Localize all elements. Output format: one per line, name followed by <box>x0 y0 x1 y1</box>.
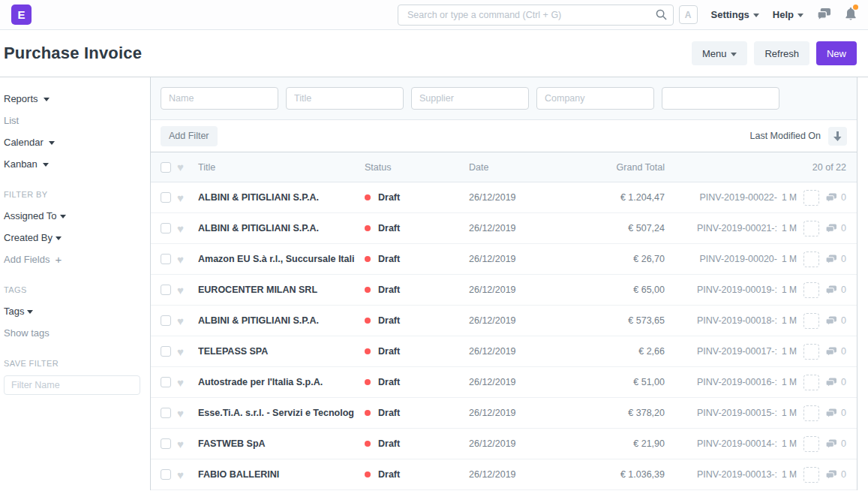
refresh-button[interactable]: Refresh <box>754 41 809 65</box>
app-logo[interactable]: E <box>11 5 32 25</box>
row-comments[interactable]: 0 <box>826 408 846 418</box>
row-title-link[interactable]: Amazon EU S.à r.l., Succursale Itali <box>198 254 365 264</box>
table-row[interactable]: ♥ Amazon EU S.à r.l., Succursale Itali D… <box>151 244 857 275</box>
menu-button[interactable]: Menu <box>692 41 748 65</box>
filter-name-input[interactable] <box>4 375 140 395</box>
row-status: Draft <box>365 315 469 326</box>
reports-label: Reports <box>4 92 38 105</box>
row-modified: 1 M <box>782 315 797 326</box>
like-heart-icon[interactable]: ♥ <box>177 438 198 450</box>
row-checkbox[interactable] <box>161 438 171 449</box>
filter-input-supplier[interactable] <box>411 87 529 110</box>
sort-by-label[interactable]: Last Modified On <box>750 131 821 141</box>
assign-avatar-placeholder[interactable] <box>803 467 819 483</box>
row-title-link[interactable]: ALBINI & PITIGLIANI S.P.A. <box>198 223 365 233</box>
assign-avatar-placeholder[interactable] <box>803 221 819 236</box>
row-title-link[interactable]: FASTWEB SpA <box>198 438 365 449</box>
row-meta: 1 M 0 <box>777 375 857 390</box>
row-comments[interactable]: 0 <box>826 469 846 480</box>
row-title-link[interactable]: ALBINI & PITIGLIANI S.P.A. <box>198 315 365 326</box>
table-row[interactable]: ♥ ALBINI & PITIGLIANI S.P.A. Draft 26/12… <box>151 182 857 213</box>
sidebar-item-created-by[interactable]: Created By <box>4 231 143 244</box>
row-title-link[interactable]: FABIO BALLERINI <box>198 469 365 480</box>
table-row[interactable]: ♥ Autostrade per l'Italia S.p.A. Draft 2… <box>151 367 857 398</box>
sidebar-item-kanban[interactable]: Kanban <box>4 158 143 170</box>
row-title-link[interactable]: Autostrade per l'Italia S.p.A. <box>198 377 365 387</box>
like-filter-heart-icon[interactable]: ♥ <box>177 161 198 173</box>
row-checkbox[interactable] <box>161 192 171 203</box>
row-checkbox[interactable] <box>161 315 171 326</box>
like-heart-icon[interactable]: ♥ <box>177 223 198 234</box>
sidebar-item-reports[interactable]: Reports <box>4 92 143 105</box>
comment-icon <box>826 193 837 203</box>
row-invoice-id: -PINV-2019-00020 <box>665 254 777 264</box>
assign-avatar-placeholder[interactable] <box>803 190 819 206</box>
filter-input-company[interactable] <box>536 87 654 110</box>
row-checkbox[interactable] <box>161 223 171 233</box>
table-row[interactable]: ♥ FABIO BALLERINI Draft 26/12/2019 € 1.0… <box>151 459 857 490</box>
sort-direction-button[interactable] <box>828 127 847 146</box>
assign-avatar-placeholder[interactable] <box>803 282 819 298</box>
sidebar-item-show-tags[interactable]: Show tags <box>4 327 143 339</box>
like-heart-icon[interactable]: ♥ <box>177 408 198 419</box>
filter-input-title[interactable] <box>286 87 404 110</box>
settings-menu[interactable]: Settings <box>711 9 759 20</box>
like-heart-icon[interactable]: ♥ <box>177 315 198 327</box>
sidebar-item-tags[interactable]: Tags <box>4 305 143 318</box>
row-checkbox[interactable] <box>161 285 171 295</box>
row-checkbox[interactable] <box>161 346 171 357</box>
filter-input-name[interactable] <box>161 87 278 110</box>
chat-icon[interactable] <box>817 8 831 23</box>
sidebar-item-calendar[interactable]: Calendar <box>4 136 143 149</box>
row-checkbox[interactable] <box>161 377 171 387</box>
row-checkbox[interactable] <box>161 254 171 264</box>
row-grand-total: € 573,65 <box>574 315 665 326</box>
table-row[interactable]: ♥ FASTWEB SpA Draft 26/12/2019 € 21,90 :… <box>151 429 857 459</box>
row-comments[interactable]: 0 <box>826 285 846 295</box>
table-row[interactable]: ♥ ALBINI & PITIGLIANI S.P.A. Draft 26/12… <box>151 213 857 244</box>
assign-avatar-placeholder[interactable] <box>803 436 819 452</box>
row-comments[interactable]: 0 <box>826 438 846 449</box>
row-title-link[interactable]: TELEPASS SPA <box>198 346 365 357</box>
table-row[interactable]: ♥ EUROCENTER MILAN SRL Draft 26/12/2019 … <box>151 275 857 306</box>
like-heart-icon[interactable]: ♥ <box>177 192 198 203</box>
sidebar-item-add-fields[interactable]: Add Fields + <box>4 253 143 266</box>
row-comments[interactable]: 0 <box>826 346 846 357</box>
table-row[interactable]: ♥ Esse.Ti.A. s.r.l. - Servizi e Tecnolog… <box>151 398 857 429</box>
row-status: Draft <box>365 438 469 449</box>
assign-avatar-placeholder[interactable] <box>803 344 819 360</box>
table-row[interactable]: ♥ TELEPASS SPA Draft 26/12/2019 € 2,66 :… <box>151 336 857 367</box>
assign-avatar-placeholder[interactable] <box>803 405 819 421</box>
row-checkbox[interactable] <box>161 469 171 480</box>
table-row[interactable]: ♥ ALBINI & PITIGLIANI S.P.A. Draft 26/12… <box>151 306 857 336</box>
like-heart-icon[interactable]: ♥ <box>177 469 198 480</box>
assign-avatar-placeholder[interactable] <box>803 313 819 329</box>
user-avatar[interactable]: A <box>679 5 698 24</box>
like-heart-icon[interactable]: ♥ <box>177 285 198 296</box>
row-comments[interactable]: 0 <box>826 254 846 264</box>
like-heart-icon[interactable]: ♥ <box>177 346 198 357</box>
like-heart-icon[interactable]: ♥ <box>177 377 198 388</box>
row-comments[interactable]: 0 <box>826 315 846 326</box>
filter-input-extra[interactable] <box>662 87 779 110</box>
sidebar-item-list[interactable]: List <box>4 114 143 127</box>
help-menu[interactable]: Help <box>773 9 803 20</box>
row-title-link[interactable]: EUROCENTER MILAN SRL <box>198 285 365 295</box>
add-filter-button[interactable]: Add Filter <box>161 126 218 146</box>
row-comments[interactable]: 0 <box>826 192 846 203</box>
global-search-input[interactable] <box>398 5 674 26</box>
notifications-bell-icon[interactable] <box>845 7 857 23</box>
sidebar-item-assigned-to[interactable]: Assigned To <box>4 209 143 222</box>
like-heart-icon[interactable]: ♥ <box>177 254 198 265</box>
row-comments[interactable]: 0 <box>826 377 846 387</box>
row-checkbox[interactable] <box>161 408 171 418</box>
select-all-checkbox[interactable] <box>161 162 171 173</box>
new-button[interactable]: New <box>816 41 857 65</box>
row-meta: 1 M 0 <box>777 344 857 360</box>
row-title-link[interactable]: ALBINI & PITIGLIANI S.P.A. <box>198 192 365 203</box>
assign-avatar-placeholder[interactable] <box>803 375 819 390</box>
row-comments[interactable]: 0 <box>826 223 846 233</box>
assign-avatar-placeholder[interactable] <box>803 252 819 267</box>
row-status: Draft <box>365 377 469 387</box>
row-title-link[interactable]: Esse.Ti.A. s.r.l. - Servizi e Tecnolog <box>198 408 365 418</box>
